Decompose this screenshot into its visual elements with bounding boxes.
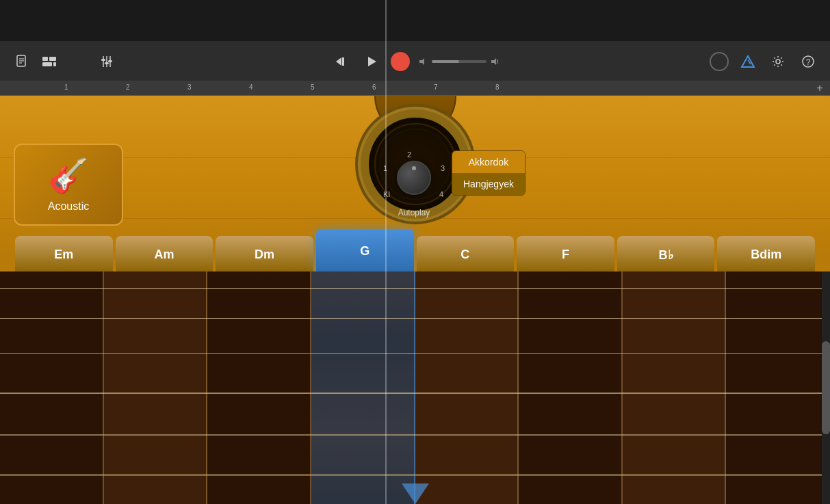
chord-bb[interactable]: B♭ — [617, 236, 715, 274]
svg-marker-19 — [742, 56, 754, 67]
ruler-mark-4: 4 — [249, 83, 253, 91]
svg-text:?: ? — [806, 57, 811, 67]
svg-rect-4 — [42, 57, 48, 61]
autoplay-control: KI 1 2 3 4 Autoplay — [383, 150, 445, 217]
toolbar-center — [330, 51, 500, 72]
svg-marker-16 — [368, 57, 376, 66]
ruler: 1 2 3 4 5 6 7 8 — [0, 81, 830, 96]
ruler-marks: 1 2 3 4 5 6 7 8 — [3, 81, 827, 95]
top-black-bar: ? — [0, 0, 830, 82]
arrow-down-indicator — [402, 483, 429, 504]
settings-button[interactable] — [767, 51, 789, 72]
svg-point-21 — [776, 59, 780, 64]
hangjegyek-tab[interactable]: Hangjegyek — [452, 173, 525, 195]
chord-c[interactable]: C — [417, 236, 515, 274]
autoplay-knob-area: KI 1 2 3 4 — [383, 150, 445, 205]
autoplay-knob[interactable] — [397, 161, 431, 195]
chord-panel: Akkordok Hangjegyek — [452, 150, 526, 196]
fret-section-5 — [415, 271, 519, 504]
instrument-tile[interactable]: 🎸 Acoustic — [14, 144, 123, 226]
toolbar-right: ? — [710, 51, 819, 72]
volume-high-icon — [491, 57, 500, 66]
ruler-mark-1: 1 — [64, 83, 68, 91]
ruler-mark-6: 6 — [372, 83, 376, 91]
svg-marker-14 — [336, 57, 341, 66]
toolbar: ? — [0, 41, 830, 82]
fret-section-8 — [726, 271, 830, 504]
ruler-mark-5: 5 — [311, 83, 315, 91]
circle-button[interactable] — [710, 52, 729, 71]
volume-control — [418, 57, 500, 66]
chord-f[interactable]: F — [517, 236, 614, 274]
svg-marker-18 — [491, 58, 496, 65]
ruler-mark-8: 8 — [495, 83, 500, 91]
volume-slider[interactable] — [432, 60, 487, 63]
svg-marker-17 — [419, 58, 424, 65]
track-icon[interactable] — [38, 51, 60, 72]
fret-section-6 — [519, 271, 623, 504]
knob-ki-label: KI — [383, 190, 390, 198]
fretboard — [0, 271, 830, 504]
fret-section-3 — [207, 271, 311, 504]
rewind-button[interactable] — [330, 51, 352, 72]
string-3 — [0, 353, 830, 354]
chord-em[interactable]: Em — [15, 236, 113, 274]
autoplay-label: Autoplay — [398, 208, 430, 217]
svg-rect-12 — [105, 62, 109, 64]
fret-section-2 — [104, 271, 208, 504]
ruler-mark-3: 3 — [187, 83, 192, 91]
svg-rect-5 — [49, 57, 56, 61]
fretboard-bg — [0, 271, 830, 504]
scrollbar-thumb[interactable] — [822, 341, 830, 434]
svg-rect-13 — [108, 60, 112, 62]
ruler-mark-7: 7 — [434, 83, 438, 91]
record-button[interactable] — [391, 52, 410, 71]
chord-am[interactable]: Am — [116, 236, 213, 274]
toolbar-left — [11, 51, 60, 72]
chord-bdim[interactable]: Bdim — [717, 236, 815, 274]
svg-rect-6 — [42, 62, 52, 66]
guitar-icon: 🎸 — [48, 157, 89, 195]
svg-rect-11 — [101, 59, 105, 61]
knob-3-label: 3 — [441, 164, 445, 172]
scrollbar-right[interactable] — [822, 271, 830, 504]
svg-rect-15 — [342, 57, 344, 66]
fret-section-active — [311, 271, 415, 504]
mixer-icon[interactable] — [96, 51, 118, 72]
main-content: 🎸 Acoustic KI 1 2 3 4 Autoplay Akkordok … — [0, 96, 830, 504]
chord-dm[interactable]: Dm — [216, 236, 313, 274]
knob-2-label: 2 — [407, 150, 411, 159]
play-button[interactable] — [361, 51, 382, 72]
chord-g[interactable]: G — [316, 229, 414, 274]
string-2 — [0, 318, 830, 319]
instrument-name: Acoustic — [48, 200, 89, 213]
timeline-line — [385, 0, 387, 504]
string-1 — [0, 288, 830, 289]
help-button[interactable]: ? — [797, 51, 819, 72]
akkordok-tab[interactable]: Akkordok — [452, 151, 525, 173]
ruler-plus-button[interactable]: + — [812, 81, 827, 96]
fret-section-1 — [0, 271, 104, 504]
string-4 — [0, 393, 830, 394]
metronome-icon[interactable] — [737, 51, 759, 72]
string-6 — [0, 474, 830, 476]
ruler-mark-2: 2 — [126, 83, 130, 91]
knob-4-label: 4 — [439, 190, 443, 198]
fret-section-7 — [623, 271, 727, 504]
string-5 — [0, 434, 830, 436]
chords-row: Em Am Dm G C F B♭ Bdim — [0, 229, 830, 274]
volume-low-icon — [418, 57, 428, 66]
svg-rect-7 — [53, 62, 56, 66]
document-icon[interactable] — [11, 51, 33, 72]
